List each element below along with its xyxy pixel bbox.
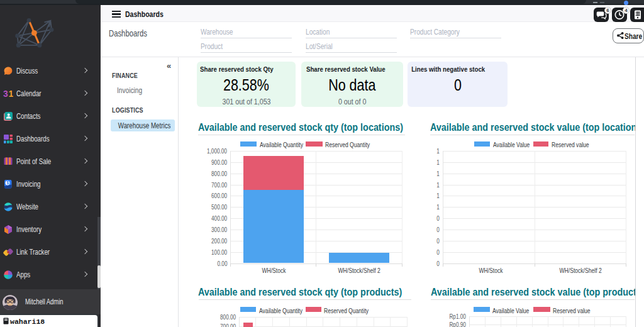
- svg-text:3: 3: [3, 89, 8, 99]
- svg-text:1: 1: [9, 89, 14, 99]
- svg-text:$: $: [6, 180, 9, 186]
